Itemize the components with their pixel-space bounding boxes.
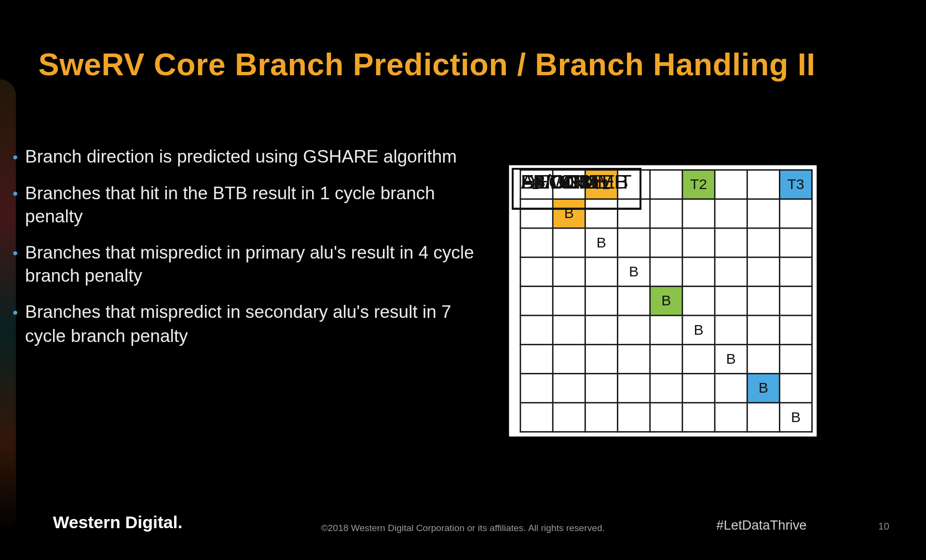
spacer [513, 315, 520, 344]
pipeline-cell [585, 287, 617, 315]
pipeline-cell: B [715, 344, 747, 373]
pipeline-cell [779, 199, 812, 228]
pipeline-cell [747, 315, 779, 344]
pipeline-cell [618, 374, 650, 403]
pipeline-cell [650, 374, 682, 403]
pipeline-cell [682, 228, 715, 257]
page-number: 10 [878, 520, 889, 532]
pipeline-cell [650, 170, 682, 199]
pipeline-cell [650, 403, 682, 432]
pipeline-cell [520, 403, 553, 432]
table-row: DECODEB [513, 257, 812, 286]
pipeline-cell [585, 403, 617, 432]
pipeline-cell [618, 344, 650, 373]
bullet-item: Branches that mispredict in secondary al… [13, 301, 496, 347]
table-row: E2/DC2B [513, 315, 812, 344]
bullet-text: Branches that hit in the BTB result in 1… [25, 182, 496, 228]
pipeline-cell [520, 228, 553, 257]
table-row: ALIGNB [513, 228, 812, 257]
pipeline-cell [553, 403, 585, 432]
table-row: E5/WRITEBB [513, 403, 812, 432]
pipeline-cell [520, 257, 553, 286]
pipeline-cell [715, 228, 747, 257]
slide-title: SweRV Core Branch Prediction / Branch Ha… [39, 46, 899, 82]
pipeline-cell [682, 374, 715, 403]
pipeline-cell [650, 257, 682, 286]
pipeline-cell [650, 228, 682, 257]
pipeline-cell [779, 315, 812, 344]
bullet-dot-icon [13, 155, 17, 159]
pipeline-cell [682, 257, 715, 286]
pipeline-cell [715, 257, 747, 286]
pipeline-cell [585, 257, 617, 286]
pipeline-cell: B [650, 287, 682, 315]
pipeline-cell: B [585, 228, 617, 257]
pipeline-cell [747, 199, 779, 228]
pipeline-cell [520, 344, 553, 373]
bullet-item: Branch direction is predicted using GSHA… [13, 146, 496, 169]
pipeline-cell [779, 344, 812, 373]
pipeline-cell [618, 403, 650, 432]
stage-label: E5/WRITEB [512, 168, 641, 209]
pipeline-cell [682, 287, 715, 315]
pipeline-cell [715, 374, 747, 403]
table-row: E1/DC1B [513, 287, 812, 315]
spacer [513, 374, 520, 403]
bullet-text: Branches that mispredict in secondary al… [25, 301, 496, 347]
bullet-item: Branches that hit in the BTB result in 1… [13, 182, 496, 228]
bullet-list: Branch direction is predicted using GSHA… [13, 146, 496, 361]
pipeline-cell [650, 199, 682, 228]
pipeline-cell [618, 287, 650, 315]
pipeline-cell: B [682, 315, 715, 344]
pipeline-table: FETCH1BT1T2T3FETCH2BALIGNBDECODEBE1/DC1B… [513, 169, 813, 433]
pipeline-cell [553, 344, 585, 373]
pipeline-cell [553, 287, 585, 315]
pipeline-cell [682, 403, 715, 432]
pipeline-cell [747, 228, 779, 257]
pipeline-cell [779, 228, 812, 257]
pipeline-cell [715, 287, 747, 315]
bullet-item: Branches that mispredict in primary alu'… [13, 242, 496, 288]
pipeline-cell [682, 344, 715, 373]
pipeline-cell [715, 170, 747, 199]
pipeline-cell [618, 315, 650, 344]
pipeline-cell [715, 403, 747, 432]
pipeline-cell [650, 344, 682, 373]
pipeline-cell [520, 374, 553, 403]
pipeline-cell [553, 257, 585, 286]
pipeline-cell: T2 [682, 170, 715, 199]
pipeline-cell [682, 199, 715, 228]
pipeline-cell [585, 344, 617, 373]
spacer [513, 228, 520, 257]
hashtag-text: #LetDataThrive [716, 518, 806, 533]
pipeline-cell [747, 287, 779, 315]
pipeline-table-wrap: FETCH1BT1T2T3FETCH2BALIGNBDECODEBE1/DC1B… [509, 165, 817, 437]
pipeline-cell [520, 287, 553, 315]
pipeline-cell [747, 170, 779, 199]
pipeline-cell: T3 [779, 170, 812, 199]
pipeline-cell [553, 228, 585, 257]
spacer [513, 257, 520, 286]
pipeline-cell [747, 344, 779, 373]
pipeline-cell [553, 374, 585, 403]
pipeline-cell [779, 257, 812, 286]
pipeline-cell [715, 315, 747, 344]
bullet-text: Branch direction is predicted using GSHA… [25, 146, 496, 169]
table-row: E3/DC3B [513, 344, 812, 373]
pipeline-cell [779, 374, 812, 403]
table-row: E4/COMMITB [513, 374, 812, 403]
bullet-dot-icon [13, 311, 17, 315]
pipeline-cell [779, 287, 812, 315]
pipeline-cell: B [747, 374, 779, 403]
pipeline-cell [747, 403, 779, 432]
pipeline-cell [553, 315, 585, 344]
pipeline-cell [715, 199, 747, 228]
pipeline-cell [650, 315, 682, 344]
pipeline-cell [747, 257, 779, 286]
bullet-dot-icon [13, 251, 17, 255]
pipeline-cell: B [618, 257, 650, 286]
pipeline-cell: B [779, 403, 812, 432]
pipeline-cell [618, 228, 650, 257]
pipeline-cell [585, 374, 617, 403]
spacer [513, 344, 520, 373]
